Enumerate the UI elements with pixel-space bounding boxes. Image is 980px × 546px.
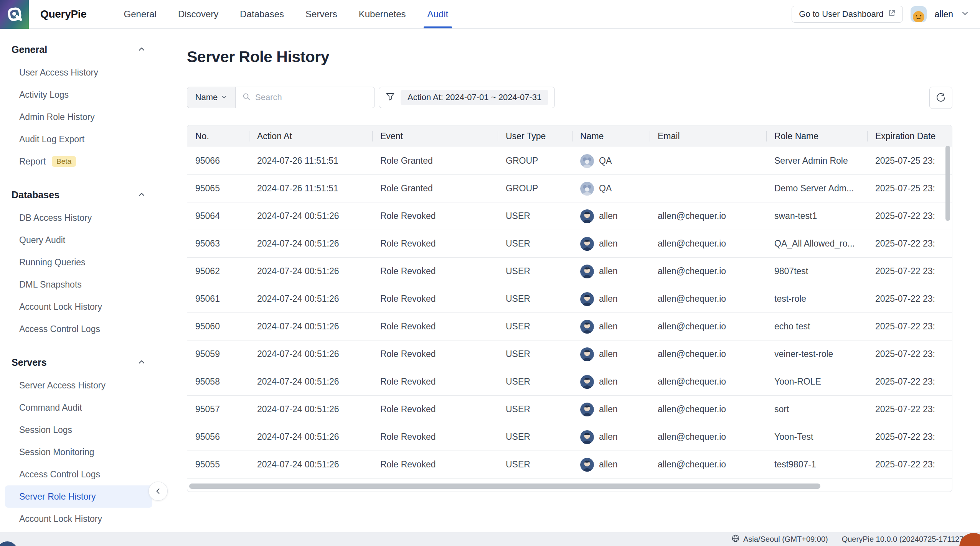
sidebar-item-query-audit[interactable]: Query Audit [0, 229, 158, 251]
cell-expiration-date: 2025-07-22 23: [867, 266, 952, 276]
divider [100, 7, 100, 22]
chevron-up-icon [138, 357, 145, 368]
tab-databases[interactable]: Databases [229, 0, 295, 28]
date-range-chip: Action At: 2024-07-01 ~ 2024-07-31 [401, 90, 548, 105]
sidebar-item-session-logs[interactable]: Session Logs [0, 419, 158, 441]
cell-user-type: USER [498, 321, 572, 332]
cell-email: allen@chequer.io [650, 349, 766, 359]
globe-icon [731, 534, 740, 544]
user-avatar-icon [580, 458, 594, 472]
cell-expiration-date: 2025-07-22 23: [867, 349, 952, 359]
sidebar-item-db-access-history[interactable]: DB Access History [0, 207, 158, 229]
table-row[interactable]: 950652024-07-26 11:51:51Role GrantedGROU… [187, 175, 952, 202]
cell-user-type: USER [498, 266, 572, 276]
server-role-history-table: No.Action AtEventUser TypeNameEmailRole … [187, 125, 952, 492]
vertical-scrollbar[interactable] [945, 146, 950, 221]
table-row[interactable]: 950592024-07-24 00:51:26Role RevokedUSER… [187, 340, 952, 368]
cell-event: Role Revoked [372, 266, 498, 276]
sidebar-item-access-control-logs[interactable]: Access Control Logs [0, 318, 158, 340]
sidebar-section-general[interactable]: General [0, 44, 158, 55]
cell-action-at: 2024-07-24 00:51:26 [249, 321, 372, 332]
sidebar-item-command-audit[interactable]: Command Audit [0, 396, 158, 419]
sidebar-item-account-lock-history[interactable]: Account Lock History [0, 296, 158, 318]
tab-audit[interactable]: Audit [417, 0, 459, 28]
sidebar-item-server-role-history[interactable]: Server Role History [5, 485, 152, 508]
tab-discovery[interactable]: Discovery [167, 0, 229, 28]
sidebar-item-admin-role-history[interactable]: Admin Role History [0, 106, 158, 128]
table-row[interactable]: 950602024-07-24 00:51:26Role RevokedUSER… [187, 313, 952, 340]
table-row[interactable]: 950662024-07-26 11:51:51Role GrantedGROU… [187, 147, 952, 175]
cell-no: 95059 [187, 349, 249, 359]
cell-event: Role Revoked [372, 238, 498, 249]
sidebar-item-access-control-logs[interactable]: Access Control Logs [0, 463, 158, 485]
cell-email: allen@chequer.io [650, 211, 766, 221]
sidebar-item-report[interactable]: ReportBeta [0, 150, 158, 173]
cell-user-type: USER [498, 377, 572, 387]
user-avatar-icon [580, 403, 594, 416]
sidebar-item-server-access-history[interactable]: Server Access History [0, 374, 158, 396]
sidebar-item-running-queries[interactable]: Running Queries [0, 251, 158, 273]
sidebar-item-dml-snapshots[interactable]: DML Snapshots [0, 273, 158, 296]
refresh-button[interactable] [929, 87, 952, 109]
name-cell: allen [572, 403, 650, 416]
sidebar-item-session-monitoring[interactable]: Session Monitoring [0, 441, 158, 463]
search-field-select[interactable]: Name [187, 87, 236, 108]
tab-servers[interactable]: Servers [295, 0, 348, 28]
date-range-filter[interactable]: Action At: 2024-07-01 ~ 2024-07-31 [379, 87, 555, 108]
cell-expiration-date: 2025-07-22 23: [867, 294, 952, 304]
cell-action-at: 2024-07-24 00:51:26 [249, 404, 372, 414]
querypie-logo-icon[interactable] [0, 0, 29, 29]
sidebar-collapse-button[interactable] [148, 482, 168, 501]
cell-no: 95056 [187, 432, 249, 442]
table-row[interactable]: 950642024-07-24 00:51:26Role RevokedUSER… [187, 202, 952, 230]
cell-expiration-date: 2025-07-22 23: [867, 211, 952, 221]
tab-kubernetes[interactable]: Kubernetes [348, 0, 417, 28]
name-cell: QA [572, 154, 650, 168]
go-to-user-dashboard-button[interactable]: Go to User Dashboard [792, 6, 903, 23]
cell-event: Role Revoked [372, 294, 498, 304]
cell-email: allen@chequer.io [650, 238, 766, 249]
table-body: 950662024-07-26 11:51:51Role GrantedGROU… [187, 147, 952, 479]
cell-role-name: QA_All Allowed_ro... [766, 238, 867, 249]
sidebar-item-audit-log-export[interactable]: Audit Log Export [0, 128, 158, 150]
chevron-down-icon[interactable] [961, 9, 969, 19]
user-avatar-icon [580, 320, 594, 334]
sidebar-item-account-lock-history[interactable]: Account Lock History [0, 508, 158, 530]
table-row[interactable]: 950622024-07-24 00:51:26Role RevokedUSER… [187, 258, 952, 285]
cell-no: 95066 [187, 156, 249, 166]
sidebar-item-activity-logs[interactable]: Activity Logs [0, 84, 158, 106]
group-avatar-icon [580, 154, 594, 168]
beta-badge: Beta [52, 156, 76, 167]
sidebar-section-servers[interactable]: Servers [0, 357, 158, 368]
cell-no: 95063 [187, 238, 249, 249]
user-avatar[interactable] [911, 6, 927, 22]
sidebar-item-user-access-history[interactable]: User Access History [0, 61, 158, 84]
user-avatar-icon [580, 209, 594, 223]
table-row[interactable]: 950572024-07-24 00:51:26Role RevokedUSER… [187, 396, 952, 423]
cell-no: 95062 [187, 266, 249, 276]
table-row[interactable]: 950582024-07-24 00:51:26Role RevokedUSER… [187, 368, 952, 396]
sidebar-section-databases[interactable]: Databases [0, 189, 158, 201]
cell-role-name: test-role [766, 294, 867, 304]
tab-general[interactable]: General [113, 0, 167, 28]
cell-action-at: 2024-07-24 00:51:26 [249, 266, 372, 276]
cell-expiration-date: 2025-07-25 23: [867, 183, 952, 194]
cell-event: Role Revoked [372, 432, 498, 442]
cell-user-type: USER [498, 404, 572, 414]
external-link-icon [888, 9, 896, 19]
main-content: Server Role History Name [158, 29, 980, 532]
top-navigation: QueryPie GeneralDiscoveryDatabasesServer… [0, 0, 980, 29]
table-row[interactable]: 950562024-07-24 00:51:26Role RevokedUSER… [187, 423, 952, 451]
horizontal-scrollbar[interactable] [189, 484, 820, 489]
user-name[interactable]: allen [934, 9, 953, 20]
table-row[interactable]: 950552024-07-24 00:51:26Role RevokedUSER… [187, 451, 952, 479]
cell-expiration-date: 2025-07-22 23: [867, 404, 952, 414]
cell-user-type: GROUP [498, 156, 572, 166]
page-title: Server Role History [187, 48, 952, 66]
table-row[interactable]: 950632024-07-24 00:51:26Role RevokedUSER… [187, 230, 952, 258]
table-row[interactable]: 950612024-07-24 00:51:26Role RevokedUSER… [187, 285, 952, 313]
search-input[interactable] [255, 92, 368, 102]
cell-action-at: 2024-07-24 00:51:26 [249, 211, 372, 221]
brand-name: QueryPie [40, 8, 87, 20]
cell-no: 95055 [187, 459, 249, 470]
